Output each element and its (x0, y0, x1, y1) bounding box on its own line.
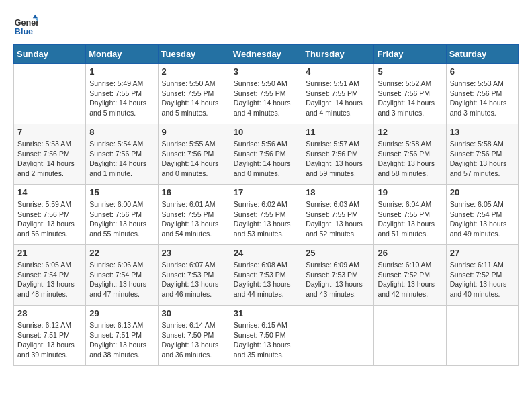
day-number: 14 (17, 187, 82, 197)
day-info: Sunrise: 6:02 AMSunset: 7:55 PMDaylight:… (234, 199, 298, 239)
calendar-header: SundayMondayTuesdayWednesdayThursdayFrid… (14, 45, 519, 64)
calendar-cell: 13Sunrise: 5:58 AMSunset: 7:56 PMDayligh… (446, 124, 518, 185)
week-row-5: 28Sunrise: 6:12 AMSunset: 7:51 PMDayligh… (14, 306, 519, 366)
calendar-table: SundayMondayTuesdayWednesdayThursdayFrid… (13, 44, 519, 366)
day-number: 15 (89, 187, 154, 197)
day-number: 16 (162, 187, 226, 197)
calendar-cell: 17Sunrise: 6:02 AMSunset: 7:55 PMDayligh… (230, 185, 302, 245)
day-number: 12 (378, 127, 442, 137)
day-info: Sunrise: 6:03 AMSunset: 7:55 PMDaylight:… (306, 199, 370, 239)
day-info: Sunrise: 6:09 AMSunset: 7:53 PMDaylight:… (306, 260, 370, 300)
logo-icon: General Blue (13, 13, 38, 38)
day-info: Sunrise: 5:50 AMSunset: 7:55 PMDaylight:… (234, 79, 298, 118)
logo: General Blue (13, 13, 40, 38)
header-row: SundayMondayTuesdayWednesdayThursdayFrid… (14, 45, 519, 64)
day-info: Sunrise: 6:10 AMSunset: 7:52 PMDaylight:… (378, 260, 442, 300)
day-info: Sunrise: 6:05 AMSunset: 7:54 PMDaylight:… (450, 199, 515, 239)
calendar-cell (14, 64, 86, 124)
calendar-cell: 12Sunrise: 5:58 AMSunset: 7:56 PMDayligh… (374, 124, 446, 185)
day-number: 13 (450, 127, 515, 137)
day-info: Sunrise: 6:12 AMSunset: 7:51 PMDaylight:… (17, 320, 82, 360)
day-info: Sunrise: 6:04 AMSunset: 7:55 PMDaylight:… (378, 199, 442, 239)
day-number: 19 (378, 187, 442, 197)
day-info: Sunrise: 5:50 AMSunset: 7:55 PMDaylight:… (162, 79, 226, 118)
day-info: Sunrise: 6:13 AMSunset: 7:51 PMDaylight:… (89, 320, 154, 360)
header-day-sunday: Sunday (14, 45, 86, 64)
calendar-cell: 31Sunrise: 6:15 AMSunset: 7:50 PMDayligh… (230, 306, 302, 366)
calendar-cell (446, 306, 518, 366)
week-row-2: 7Sunrise: 5:53 AMSunset: 7:56 PMDaylight… (14, 124, 519, 185)
day-number: 10 (234, 127, 298, 137)
day-number: 1 (89, 66, 154, 77)
calendar-cell (302, 306, 374, 366)
day-info: Sunrise: 6:14 AMSunset: 7:50 PMDaylight:… (162, 320, 226, 360)
calendar-cell: 6Sunrise: 5:53 AMSunset: 7:56 PMDaylight… (446, 64, 518, 124)
day-number: 31 (234, 308, 298, 318)
calendar-cell: 23Sunrise: 6:07 AMSunset: 7:53 PMDayligh… (158, 245, 230, 306)
calendar-cell: 4Sunrise: 5:51 AMSunset: 7:55 PMDaylight… (302, 64, 374, 124)
day-info: Sunrise: 5:57 AMSunset: 7:56 PMDaylight:… (306, 139, 370, 179)
page-header: General Blue (13, 13, 519, 38)
calendar-cell: 7Sunrise: 5:53 AMSunset: 7:56 PMDaylight… (14, 124, 86, 185)
day-info: Sunrise: 6:08 AMSunset: 7:53 PMDaylight:… (234, 260, 298, 300)
header-day-wednesday: Wednesday (230, 45, 302, 64)
day-info: Sunrise: 6:06 AMSunset: 7:54 PMDaylight:… (89, 260, 154, 300)
calendar-cell: 9Sunrise: 5:55 AMSunset: 7:56 PMDaylight… (158, 124, 230, 185)
day-number: 24 (234, 248, 298, 258)
day-info: Sunrise: 5:54 AMSunset: 7:56 PMDaylight:… (89, 139, 154, 179)
day-number: 22 (89, 248, 154, 258)
header-day-thursday: Thursday (302, 45, 374, 64)
calendar-cell: 2Sunrise: 5:50 AMSunset: 7:55 PMDaylight… (158, 64, 230, 124)
week-row-4: 21Sunrise: 6:05 AMSunset: 7:54 PMDayligh… (14, 245, 519, 306)
day-info: Sunrise: 5:56 AMSunset: 7:56 PMDaylight:… (234, 139, 298, 179)
day-number: 5 (378, 66, 442, 77)
calendar-cell: 27Sunrise: 6:11 AMSunset: 7:52 PMDayligh… (446, 245, 518, 306)
svg-marker-2 (33, 15, 38, 18)
day-number: 20 (450, 187, 515, 197)
day-number: 11 (306, 127, 370, 137)
calendar-cell: 18Sunrise: 6:03 AMSunset: 7:55 PMDayligh… (302, 185, 374, 245)
calendar-cell: 8Sunrise: 5:54 AMSunset: 7:56 PMDaylight… (86, 124, 158, 185)
day-number: 18 (306, 187, 370, 197)
day-number: 25 (306, 248, 370, 258)
day-info: Sunrise: 5:53 AMSunset: 7:56 PMDaylight:… (17, 139, 82, 179)
day-info: Sunrise: 6:15 AMSunset: 7:50 PMDaylight:… (234, 320, 298, 360)
day-number: 17 (234, 187, 298, 197)
day-number: 3 (234, 66, 298, 77)
day-info: Sunrise: 5:52 AMSunset: 7:56 PMDaylight:… (378, 79, 442, 118)
calendar-cell: 10Sunrise: 5:56 AMSunset: 7:56 PMDayligh… (230, 124, 302, 185)
header-day-friday: Friday (374, 45, 446, 64)
day-info: Sunrise: 5:55 AMSunset: 7:56 PMDaylight:… (162, 139, 226, 179)
calendar-cell: 29Sunrise: 6:13 AMSunset: 7:51 PMDayligh… (86, 306, 158, 366)
day-info: Sunrise: 6:11 AMSunset: 7:52 PMDaylight:… (450, 260, 515, 300)
day-number: 28 (17, 308, 82, 318)
day-info: Sunrise: 6:00 AMSunset: 7:56 PMDaylight:… (89, 199, 154, 239)
day-number: 2 (162, 66, 226, 77)
day-number: 30 (162, 308, 226, 318)
day-info: Sunrise: 5:58 AMSunset: 7:56 PMDaylight:… (450, 139, 515, 179)
calendar-cell: 11Sunrise: 5:57 AMSunset: 7:56 PMDayligh… (302, 124, 374, 185)
day-info: Sunrise: 6:05 AMSunset: 7:54 PMDaylight:… (17, 260, 82, 300)
calendar-cell: 24Sunrise: 6:08 AMSunset: 7:53 PMDayligh… (230, 245, 302, 306)
week-row-3: 14Sunrise: 5:59 AMSunset: 7:56 PMDayligh… (14, 185, 519, 245)
calendar-cell: 16Sunrise: 6:01 AMSunset: 7:55 PMDayligh… (158, 185, 230, 245)
calendar-cell: 3Sunrise: 5:50 AMSunset: 7:55 PMDaylight… (230, 64, 302, 124)
calendar-cell: 26Sunrise: 6:10 AMSunset: 7:52 PMDayligh… (374, 245, 446, 306)
day-info: Sunrise: 6:01 AMSunset: 7:55 PMDaylight:… (162, 199, 226, 239)
calendar-cell: 22Sunrise: 6:06 AMSunset: 7:54 PMDayligh… (86, 245, 158, 306)
calendar-cell: 19Sunrise: 6:04 AMSunset: 7:55 PMDayligh… (374, 185, 446, 245)
day-number: 23 (162, 248, 226, 258)
calendar-cell: 15Sunrise: 6:00 AMSunset: 7:56 PMDayligh… (86, 185, 158, 245)
calendar-cell: 14Sunrise: 5:59 AMSunset: 7:56 PMDayligh… (14, 185, 86, 245)
day-info: Sunrise: 5:49 AMSunset: 7:55 PMDaylight:… (89, 79, 154, 118)
week-row-1: 1Sunrise: 5:49 AMSunset: 7:55 PMDaylight… (14, 64, 519, 124)
header-day-saturday: Saturday (446, 45, 518, 64)
day-number: 27 (450, 248, 515, 258)
calendar-cell (374, 306, 446, 366)
day-info: Sunrise: 5:59 AMSunset: 7:56 PMDaylight:… (17, 199, 82, 239)
svg-text:Blue: Blue (15, 27, 33, 36)
day-info: Sunrise: 5:53 AMSunset: 7:56 PMDaylight:… (450, 79, 515, 118)
calendar-cell: 20Sunrise: 6:05 AMSunset: 7:54 PMDayligh… (446, 185, 518, 245)
day-number: 29 (89, 308, 154, 318)
day-number: 9 (162, 127, 226, 137)
